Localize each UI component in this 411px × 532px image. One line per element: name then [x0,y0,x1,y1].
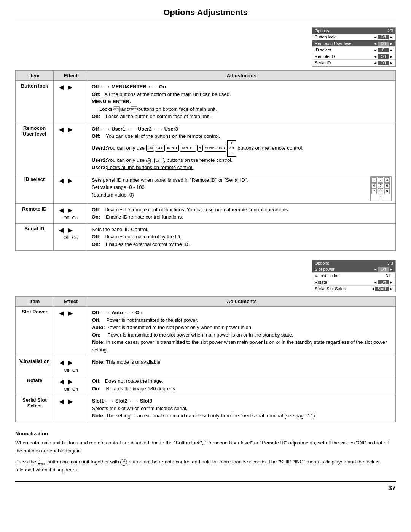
osd1-row-serialid: Serial ID ◄ Off ► [312,60,395,66]
item-serial-id: Serial ID [16,223,54,251]
effect-v-installation: ◄ ► Off On [54,356,88,375]
osd-menu-1: Options 2/3 Button lock ◄ Off ► Remocon … [312,27,396,67]
osd-left-arrow: ◄ [373,35,377,39]
col-item: Item [16,71,54,81]
off-btn-icon: OFF [154,158,164,163]
adjustments-table-1: Item Effect Adjustments Button lock ◄ ► … [15,70,396,251]
effect-serial-slot: ◄ ► [54,395,88,422]
arrow-left-icon[interactable]: ◄ [58,377,65,386]
effect-rotate: ◄ ► Off On [54,375,88,395]
osd-right-arrow: ► [389,35,393,39]
osd-right-arrow: ► [389,280,393,284]
osd-left-arrow: ◄ [373,42,377,46]
osd-right-arrow: ► [389,287,393,291]
menu-btn-icon: MENU [114,106,120,112]
arrow-left-icon[interactable]: ◄ [57,83,65,92]
table-row: Rotate ◄ ► Off On Off: Does not rotate t… [16,375,396,395]
col-adjustments: Adjustments [88,297,395,307]
osd-right-arrow: ► [389,267,393,272]
item-id-select: ID select [16,174,54,203]
osd1-row-remocon: Remocon User level ◄ Off ► [312,40,395,47]
arrow-right-icon[interactable]: ► [67,226,74,235]
item-serial-slot: Serial SlotSelect [16,395,54,422]
page-title: Options Adjustments [15,8,396,21]
on-btn-icon: ON [146,158,151,164]
arrow-left-icon[interactable]: ◄ [58,358,65,367]
osd-left-arrow: ◄ [371,287,374,291]
adj-button-lock: Off ←→ MENU&ENTER ←→ On Off: All the but… [88,81,396,123]
osd2-page: 3/3 [387,261,393,265]
osd1-row-remoteid: Remote ID ◄ Off ► [312,53,395,60]
osd-left-arrow: ◄ [373,54,377,59]
col-effect: Effect [54,297,88,307]
osd-right-arrow: ► [389,61,393,65]
table-row: Slot Power ◄ ► Off ←→ Auto ←→ On Off: Po… [16,307,396,356]
arrow-right-icon[interactable]: ► [67,206,74,215]
effect-remocon: ◄ ► [54,123,88,174]
vol-down-btn-icon: −/▼VOL [38,459,46,465]
table-row: Remote ID ◄ ► Off On Off: Disables ID re… [16,203,396,223]
adj-v-installation: Note: This mode is unavailable. [88,356,395,375]
osd1-page: 2/3 [387,29,393,33]
adj-rotate: Off: Does not rotate the image. On: Rota… [88,375,395,395]
item-button-lock: Button lock [16,81,54,123]
osd-left-arrow: ◄ [373,48,377,52]
table-row: Serial SlotSelect ◄ ► Slot1←→ Slot2 ←→ S… [16,395,396,422]
col-adjustments: Adjustments [88,71,396,81]
arrow-right-icon[interactable]: ► [67,309,75,318]
osd1-title: Options [315,29,329,33]
adj-remocon: Off ←→ User1 ←→ User2 ←→ User3 Off: You … [88,123,396,174]
osd2-row-vinstall: V. Installation Off [312,273,395,279]
normalization-body2: Press the −/▼VOL button on main unit tog… [15,458,396,474]
col-item: Item [16,297,54,307]
normalization-body1: When both main unit buttons and remote c… [15,439,396,455]
arrow-left-icon[interactable]: ◄ [58,397,65,406]
arrow-right-icon[interactable]: ► [67,358,75,367]
adj-serial-id: Sets the panel ID Control. Off: Disables… [88,223,396,251]
item-slot-power: Slot Power [16,307,54,356]
col-effect: Effect [54,71,88,81]
osd1-row-buttonlock: Button lock ◄ Off ► [312,34,395,40]
arrow-left-icon[interactable]: ◄ [58,309,65,318]
remote-buttons-inline: ON OFF INPUT INPUT— R SURROUND +VOL− [146,140,236,157]
osd-left-arrow: ◄ [373,267,377,272]
osd2-row-slotpower: Slot power ◄ Off ► [312,266,395,273]
arrow-right-icon[interactable]: ► [67,125,74,134]
enter-btn-icon: ENTER [131,106,137,112]
page-number: 37 [15,481,396,492]
item-remote-id: Remote ID [16,203,54,223]
remote-circle-icon: R [120,459,127,466]
osd-right-arrow: ► [389,54,393,59]
arrow-right-icon[interactable]: ► [67,397,75,406]
adj-slot-power: Off ←→ Auto ←→ On Off: Power is not tran… [88,307,395,356]
effect-button-lock: ◄ ► [54,81,88,123]
arrow-right-icon[interactable]: ► [67,377,75,386]
item-v-installation: V.Installation [16,356,54,375]
numpad-icon: 123 456 789 0 [370,176,392,201]
arrow-left-icon[interactable]: ◄ [57,176,65,185]
osd-right-arrow: ► [389,42,393,46]
effect-serial-id: ◄ ► Off On [54,223,88,251]
item-rotate: Rotate [16,375,54,395]
vol-icon: +VOL− [227,140,236,157]
arrow-right-icon[interactable]: ► [67,83,74,92]
table-row: ID select ◄ ► Sets panel ID number when … [16,174,396,203]
adj-serial-slot: Slot1←→ Slot2 ←→ Slot3 Selects the slot … [88,395,395,422]
osd1-row-idselect: ID select ◄ 0 ► [312,47,395,53]
osd-right-arrow: ► [389,48,393,52]
effect-slot-power: ◄ ► [54,307,88,356]
arrow-left-icon[interactable]: ◄ [57,226,65,235]
arrow-left-icon[interactable]: ◄ [57,206,65,215]
table-row: V.Installation ◄ ► Off On Note: This mod… [16,356,396,375]
osd-left-arrow: ◄ [373,61,377,65]
adj-remote-id: Off: Disables ID remote control function… [88,203,396,223]
arrow-left-icon[interactable]: ◄ [57,125,65,134]
adjustments-table-2: Item Effect Adjustments Slot Power ◄ ► O… [15,296,396,422]
table-row: RemoconUser level ◄ ► Off ←→ User1 ←→ Us… [16,123,396,174]
normalization-section: Normalization When both main unit button… [15,430,396,474]
arrow-right-icon[interactable]: ► [67,176,74,185]
normalization-title: Normalization [15,430,396,438]
osd2-title: Options [315,261,329,265]
effect-remote-id: ◄ ► Off On [54,203,88,223]
osd2-row-rotate: Rotate ◄ Off ► [312,279,395,286]
